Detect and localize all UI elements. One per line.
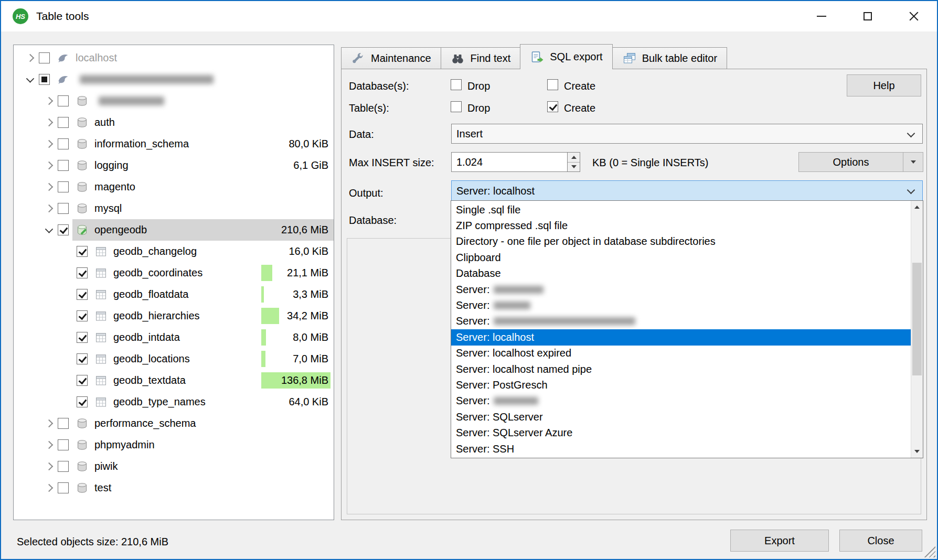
- tree-row-checkbox[interactable]: [77, 353, 88, 364]
- expand-chevron-icon[interactable]: [40, 219, 58, 241]
- maximize-button[interactable]: [845, 1, 891, 31]
- tree-row[interactable]: performance_schema: [14, 413, 334, 434]
- tree-row-checkbox[interactable]: [58, 138, 69, 149]
- expand-chevron-icon[interactable]: [21, 69, 39, 90]
- tree-row-checkbox[interactable]: [58, 117, 69, 128]
- dropdown-item[interactable]: Server:: [451, 282, 911, 297]
- tree-row-checkbox[interactable]: [77, 246, 88, 257]
- tree-row-checkbox[interactable]: [58, 461, 69, 472]
- tree-row-checkbox[interactable]: [58, 482, 69, 493]
- dropdown-item[interactable]: Database: [451, 266, 911, 282]
- close-button[interactable]: [891, 1, 937, 31]
- tree-row-checkbox[interactable]: [58, 418, 69, 429]
- scrollbar-up-button[interactable]: [911, 201, 923, 213]
- tree-row[interactable]: information_schema 80,0 KiB: [14, 133, 334, 155]
- expand-chevron-icon[interactable]: [40, 413, 58, 434]
- dropdown-item[interactable]: Server: localhost named pipe: [451, 361, 911, 377]
- tree-row-checkbox[interactable]: [77, 267, 88, 278]
- databases-drop-checkbox[interactable]: [451, 79, 462, 90]
- tree-row[interactable]: geodb_type_names 64,0 KiB: [14, 391, 334, 413]
- help-button[interactable]: Help: [847, 74, 921, 96]
- expand-chevron-icon[interactable]: [40, 477, 58, 499]
- dropdown-item[interactable]: Server:: [451, 314, 911, 329]
- expand-chevron-icon[interactable]: [40, 155, 58, 176]
- tree-row[interactable]: geodb_changelog 16,0 KiB: [14, 241, 334, 262]
- data-combobox[interactable]: Insert: [451, 124, 923, 144]
- tree-row[interactable]: geodb_hierarchies 34,2 MiB: [14, 305, 334, 327]
- tables-drop-checkbox[interactable]: [451, 101, 462, 112]
- scrollbar-thumb[interactable]: [912, 263, 922, 375]
- tree-row-checkbox[interactable]: [39, 52, 50, 63]
- dropdown-item[interactable]: Clipboard: [451, 250, 911, 265]
- dropdown-item[interactable]: Server: SQLserver: [451, 409, 911, 425]
- tree-row[interactable]: piwik: [14, 456, 334, 477]
- tree-row[interactable]: mysql: [14, 198, 334, 219]
- tab-sql-export[interactable]: SQL export: [520, 44, 612, 69]
- tree-row[interactable]: [14, 90, 334, 112]
- tree-row[interactable]: geodb_coordinates 21,1 MiB: [14, 262, 334, 284]
- tree-row[interactable]: test: [14, 477, 334, 499]
- dropdown-item[interactable]: Server: localhost: [451, 329, 911, 345]
- tree-row[interactable]: [14, 69, 334, 90]
- window-controls: [798, 1, 937, 31]
- dropdown-item[interactable]: ZIP compressed .sql file: [451, 218, 911, 233]
- tree-row-checkbox[interactable]: [58, 95, 69, 106]
- expand-chevron-icon[interactable]: [40, 456, 58, 477]
- tree-row-checkbox[interactable]: [77, 310, 88, 321]
- tree-row[interactable]: geodb_intdata 8,0 MiB: [14, 327, 334, 348]
- close-dialog-button[interactable]: Close: [839, 530, 922, 552]
- expand-chevron-icon[interactable]: [40, 112, 58, 133]
- expand-chevron-icon[interactable]: [21, 47, 39, 69]
- tables-create-checkbox[interactable]: [547, 101, 558, 112]
- tree-row-checkbox[interactable]: [58, 181, 69, 192]
- max-insert-size-input[interactable]: 1.024: [451, 152, 568, 172]
- tree-row[interactable]: magento: [14, 176, 334, 198]
- dropdown-item[interactable]: Server:: [451, 297, 911, 313]
- options-dropdown-button[interactable]: [903, 153, 923, 171]
- tree-row[interactable]: geodb_textdata 136,8 MiB: [14, 370, 334, 391]
- resize-grip[interactable]: [924, 546, 935, 557]
- expand-chevron-icon[interactable]: [40, 90, 58, 112]
- tree-row[interactable]: geodb_floatdata 3,3 MiB: [14, 284, 334, 305]
- databases-create-checkbox[interactable]: [547, 79, 558, 90]
- dropdown-item[interactable]: Directory - one file per object in datab…: [451, 234, 911, 250]
- tree-row[interactable]: opengeodb 210,6 MiB: [14, 219, 334, 241]
- spinner-up-button[interactable]: [568, 153, 580, 162]
- minimize-button[interactable]: [798, 1, 845, 31]
- database-tree[interactable]: localhost: [13, 45, 334, 520]
- dropdown-item[interactable]: Server: localhost expired: [451, 346, 911, 361]
- tab-bulk-table-editor[interactable]: Bulk table editor: [612, 47, 727, 69]
- tree-row-checkbox[interactable]: [58, 224, 69, 235]
- spinner-down-button[interactable]: [568, 162, 580, 172]
- tab-find-text[interactable]: Find text: [441, 47, 521, 69]
- expand-chevron-icon[interactable]: [40, 176, 58, 198]
- tree-row-checkbox[interactable]: [77, 332, 88, 343]
- dropdown-item[interactable]: Server: SSH: [451, 441, 911, 457]
- tree-row-checkbox[interactable]: [77, 375, 88, 386]
- tree-row-checkbox[interactable]: [58, 203, 69, 214]
- tree-row-checkbox[interactable]: [39, 74, 50, 85]
- tree-row[interactable]: logging 6,1 GiB: [14, 155, 334, 176]
- dropdown-item[interactable]: Single .sql file: [451, 202, 911, 218]
- tab-maintenance[interactable]: Maintenance: [341, 47, 441, 69]
- scrollbar-down-button[interactable]: [911, 445, 923, 458]
- expand-chevron-icon[interactable]: [40, 133, 58, 155]
- options-button[interactable]: Options: [799, 153, 903, 171]
- dropdown-item[interactable]: Server: PostGresch: [451, 377, 911, 393]
- tree-row[interactable]: geodb_locations 7,0 MiB: [14, 348, 334, 370]
- output-combobox[interactable]: Server: localhost: [451, 180, 923, 201]
- tree-row[interactable]: localhost: [14, 47, 334, 69]
- tree-row[interactable]: phpmyadmin: [14, 434, 334, 456]
- dropdown-item[interactable]: Server: SQLserver Azure: [451, 425, 911, 440]
- tree-row-checkbox[interactable]: [77, 289, 88, 300]
- tree-row[interactable]: auth: [14, 112, 334, 133]
- export-button[interactable]: Export: [730, 530, 829, 552]
- expand-chevron-icon[interactable]: [40, 434, 58, 456]
- tree-row-checkbox[interactable]: [58, 160, 69, 171]
- database-selected-icon: [75, 224, 89, 236]
- dropdown-item[interactable]: Server:: [451, 393, 911, 409]
- tree-row-checkbox[interactable]: [77, 396, 88, 407]
- expand-chevron-icon[interactable]: [40, 198, 58, 219]
- tree-row-checkbox[interactable]: [58, 439, 69, 450]
- dropdown-scrollbar[interactable]: [911, 201, 923, 458]
